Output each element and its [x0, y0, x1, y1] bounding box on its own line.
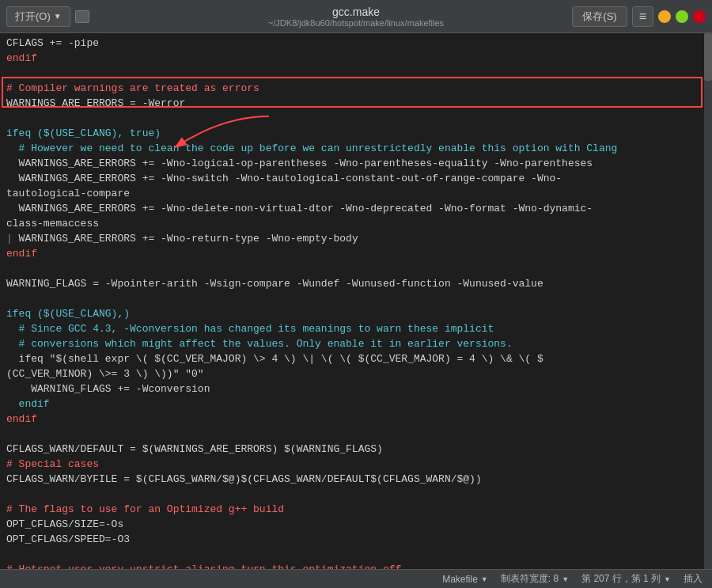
code-line: WARNINGS_ARE_ERRORS = -Werror — [6, 97, 712, 112]
code-line: WARNINGS_ARE_ERRORS += -Wno-switch -Wno-… — [6, 172, 712, 187]
close-button[interactable] — [693, 10, 706, 23]
code-line — [6, 292, 712, 307]
open-label: 打开(O) — [15, 9, 51, 24]
filetype-dropdown-arrow: ▼ — [481, 575, 488, 583]
code-line: endif — [6, 51, 712, 66]
mode-indicator: 插入 — [684, 572, 703, 586]
code-line: WARNINGS_ARE_ERRORS += -Wno-logical-op-p… — [6, 157, 712, 172]
save-button[interactable]: 保存(S) — [572, 6, 627, 27]
dropdown-icon: ▼ — [54, 12, 62, 21]
code-line: WARNINGS_ARE_ERRORS += -Wno-delete-non-v… — [6, 202, 712, 217]
code-line: ifeq "$(shell expr \( $(CC_VER_MAJOR) \>… — [6, 352, 712, 367]
filepath: ~/JDK8/jdk8u60/hotspot/make/linux/makefi… — [268, 18, 444, 28]
code-line: # However we need to clean the code up b… — [6, 142, 712, 157]
code-line: endif — [6, 247, 712, 262]
code-line — [6, 66, 712, 82]
code-line: ifeq ($(USE_CLANG), true) — [6, 127, 712, 142]
code-line — [6, 112, 712, 127]
code-line: # Since GCC 4.3, -Wconversion has change… — [6, 322, 712, 337]
open-menu-button[interactable]: 打开(O) ▼ — [6, 6, 70, 27]
code-line: # conversions which might affect the val… — [6, 337, 712, 352]
code-line — [6, 487, 712, 503]
position-indicator[interactable]: 第 207 行，第 1 列 ▼ — [581, 572, 671, 586]
titlebar-left: 打开(O) ▼ — [6, 6, 89, 27]
code-line: class-memaccess — [6, 217, 712, 232]
maximize-button[interactable] — [676, 10, 688, 23]
statusbar: Makefile ▼ 制表符宽度: 8 ▼ 第 207 行，第 1 列 ▼ 插入 — [0, 569, 712, 588]
code-area[interactable]: CFLAGS += -pipeendif # Compiler warnings… — [0, 33, 712, 569]
code-line: OPT_CFLAGS/SIZE=-Os — [6, 518, 712, 533]
code-line: | WARNINGS_ARE_ERRORS += -Wno-return-typ… — [6, 232, 712, 247]
minimize-button[interactable] — [658, 10, 671, 23]
code-line: # Hotspot uses very unstrict aliasing tu… — [6, 563, 712, 569]
code-line: endif — [6, 412, 712, 427]
filetype-label: Makefile — [442, 574, 478, 585]
code-line: CFLAGS_WARN/DEFAULT = $(WARNINGS_ARE_ERR… — [6, 442, 712, 457]
code-line: ifeq ($(USE_CLANG),) — [6, 307, 712, 322]
tab-width-indicator[interactable]: 制表符宽度: 8 ▼ — [501, 572, 569, 586]
file-icon — [75, 10, 89, 23]
editor: CFLAGS += -pipeendif # Compiler warnings… — [0, 33, 712, 569]
menu-button[interactable]: ≡ — [632, 6, 653, 27]
code-line: CFLAGS += -pipe — [6, 36, 712, 51]
scrollbar-thumb[interactable] — [704, 33, 712, 81]
position-dropdown-arrow: ▼ — [664, 575, 671, 583]
code-line: endif — [6, 397, 712, 412]
code-line: (CC_VER_MINOR) \>= 3 \) \))" "0" — [6, 367, 712, 382]
titlebar: 打开(O) ▼ gcc.make ~/JDK8/jdk8u60/hotspot/… — [0, 0, 712, 33]
position-label: 第 207 行，第 1 列 — [581, 572, 661, 586]
code-lines: CFLAGS += -pipeendif # Compiler warnings… — [6, 36, 712, 569]
titlebar-right: 保存(S) ≡ — [572, 6, 706, 27]
code-line: # The flags to use for an Optimized g++ … — [6, 503, 712, 518]
code-line — [6, 262, 712, 277]
mode-label: 插入 — [684, 572, 703, 586]
code-line: # Special cases — [6, 457, 712, 472]
code-line: CFLAGS_WARN/BYFILE = $(CFLAGS_WARN/$@)$(… — [6, 472, 712, 487]
filename: gcc.make — [268, 6, 444, 18]
scrollbar[interactable] — [704, 33, 712, 569]
filetype-indicator[interactable]: Makefile ▼ — [442, 574, 488, 585]
titlebar-center: gcc.make ~/JDK8/jdk8u60/hotspot/make/lin… — [268, 6, 444, 28]
code-line — [6, 427, 712, 442]
code-line: WARNING_FLAGS += -Wconversion — [6, 382, 712, 397]
code-line: OPT_CFLAGS/SPEED=-O3 — [6, 533, 712, 548]
code-line: tautological-compare — [6, 187, 712, 202]
code-line — [6, 548, 712, 563]
tab-width-label: 制表符宽度: 8 — [501, 572, 559, 586]
code-line: WARNING_FLAGS = -Wpointer-arith -Wsign-c… — [6, 277, 712, 292]
code-line: # Compiler warnings are treated as error… — [6, 82, 712, 97]
tab-width-dropdown-arrow: ▼ — [562, 575, 569, 583]
